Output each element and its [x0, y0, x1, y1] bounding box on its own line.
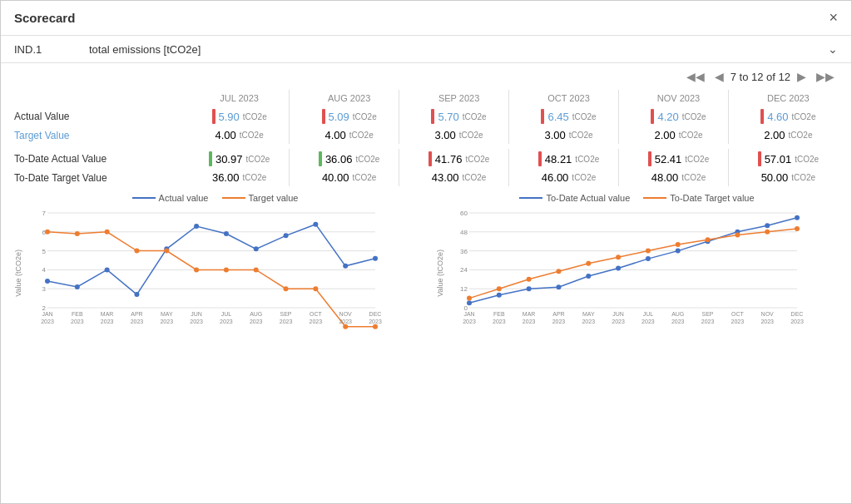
- svg-text:2023: 2023: [220, 319, 233, 324]
- svg-point-93: [735, 233, 740, 238]
- svg-text:5: 5: [42, 248, 47, 255]
- col-header-nov: NOV 2023: [629, 90, 729, 106]
- svg-text:2023: 2023: [671, 319, 685, 324]
- svg-text:JUL: JUL: [643, 311, 654, 317]
- green-indicator-bar: [319, 151, 322, 166]
- data-table-section: JUL 2023 AUG 2023 SEP 2023 OCT 2023 NOV …: [1, 90, 851, 193]
- cell-r1-c4: 2.00tCO2e: [629, 126, 729, 144]
- svg-point-84: [467, 296, 472, 301]
- svg-point-85: [497, 286, 502, 291]
- prev-page-button[interactable]: ◀: [711, 68, 727, 85]
- svg-point-88: [586, 261, 591, 266]
- row-label-1: Target Value: [14, 126, 190, 144]
- chevron-down-icon[interactable]: ⌄: [828, 42, 838, 56]
- svg-text:2023: 2023: [190, 319, 203, 324]
- chart1-y-label: Value (tCO2e): [14, 250, 22, 297]
- svg-text:4: 4: [42, 266, 47, 274]
- close-button[interactable]: ×: [829, 9, 838, 27]
- svg-point-20: [284, 233, 289, 238]
- indicator-row: IND.1 total emissions [tCO2e] ⌄: [1, 36, 851, 63]
- svg-point-17: [194, 224, 199, 229]
- red-indicator-bar: [322, 109, 325, 124]
- svg-point-34: [343, 324, 348, 329]
- col-header-oct: OCT 2023: [519, 90, 619, 106]
- red-indicator-bar: [760, 109, 764, 124]
- svg-text:JAN: JAN: [463, 311, 474, 317]
- svg-point-32: [284, 286, 289, 291]
- next-page-button[interactable]: ▶: [794, 68, 810, 85]
- svg-text:2023: 2023: [369, 319, 382, 324]
- svg-text:DEC: DEC: [369, 311, 382, 317]
- cell-r3-c5: 50.00tCO2e: [739, 169, 838, 186]
- chart2-legend: To-Date Actual value To-Date Target valu…: [436, 193, 838, 203]
- svg-point-74: [527, 286, 532, 291]
- row-label-3: To-Date Target Value: [14, 169, 190, 186]
- cell-r0-c4: 4.20tCO2e: [629, 106, 729, 126]
- red-indicator-bar: [758, 151, 761, 166]
- legend-todate-actual: To-Date Actual value: [519, 193, 630, 203]
- svg-text:2023: 2023: [731, 319, 745, 324]
- svg-text:36: 36: [460, 248, 468, 255]
- svg-text:MAY: MAY: [161, 311, 173, 317]
- first-page-button[interactable]: ◀◀: [683, 68, 708, 85]
- pagination-label: 7 to 12 of 12: [731, 71, 790, 83]
- pagination-row: ◀◀ ◀ 7 to 12 of 12 ▶ ▶▶: [1, 63, 851, 90]
- svg-point-78: [646, 256, 651, 261]
- svg-point-28: [164, 249, 169, 254]
- svg-text:OCT: OCT: [310, 311, 323, 317]
- svg-text:MAR: MAR: [523, 311, 536, 317]
- svg-text:2023: 2023: [310, 319, 323, 324]
- svg-text:APR: APR: [552, 311, 564, 317]
- svg-text:2023: 2023: [760, 319, 774, 324]
- svg-text:MAR: MAR: [101, 311, 114, 317]
- svg-point-29: [194, 267, 199, 272]
- cell-r2-c0: 30.97tCO2e: [190, 149, 290, 169]
- svg-point-18: [224, 231, 229, 236]
- svg-text:MAY: MAY: [582, 311, 595, 317]
- cell-r3-c0: 36.00tCO2e: [190, 169, 290, 186]
- cell-r0-c0: 5.90tCO2e: [190, 106, 290, 126]
- chart1-legend: Actual value Target value: [14, 193, 416, 203]
- svg-point-23: [373, 256, 378, 261]
- svg-point-31: [254, 267, 259, 272]
- svg-text:12: 12: [460, 285, 468, 293]
- col-header-sep: SEP 2023: [409, 90, 509, 106]
- red-indicator-bar: [651, 109, 654, 124]
- cell-r0-c2: 5.70tCO2e: [409, 106, 509, 126]
- svg-point-87: [556, 269, 561, 274]
- svg-text:2023: 2023: [552, 319, 566, 324]
- svg-text:2023: 2023: [582, 319, 595, 324]
- modal-title: Scorecard: [14, 11, 75, 25]
- chart1-container: Actual value Target value Value (tCO2e) …: [14, 193, 416, 339]
- svg-point-92: [706, 237, 711, 242]
- svg-point-33: [313, 286, 318, 291]
- col-header-jul: JUL 2023: [190, 90, 290, 106]
- svg-point-72: [467, 300, 472, 305]
- svg-text:2023: 2023: [339, 319, 352, 324]
- cell-r1-c5: 2.00tCO2e: [739, 126, 838, 144]
- cell-r3-c4: 48.00tCO2e: [629, 169, 729, 186]
- cell-r0-c1: 5.09tCO2e: [300, 106, 399, 126]
- svg-point-22: [343, 264, 348, 269]
- row-label-0: Actual Value: [14, 106, 190, 126]
- svg-text:2023: 2023: [160, 319, 173, 324]
- svg-text:2023: 2023: [701, 319, 715, 324]
- svg-text:FEB: FEB: [72, 311, 83, 317]
- cell-r2-c5: 57.01tCO2e: [739, 149, 838, 169]
- last-page-button[interactable]: ▶▶: [813, 68, 838, 85]
- legend-todate-target: To-Date Target value: [643, 193, 754, 203]
- svg-text:2023: 2023: [523, 319, 536, 324]
- cell-r1-c1: 4.00tCO2e: [300, 126, 399, 144]
- svg-point-21: [313, 222, 318, 227]
- svg-text:AUG: AUG: [671, 311, 684, 317]
- svg-text:3: 3: [42, 285, 47, 293]
- cell-r3-c3: 46.00tCO2e: [519, 169, 619, 186]
- red-indicator-bar: [648, 151, 651, 166]
- svg-point-30: [224, 267, 229, 272]
- indicator-code: IND.1: [14, 43, 56, 56]
- cell-r3-c2: 43.00tCO2e: [409, 169, 509, 186]
- chart1-svg: 234567JAN2023FEB2023MAR2023APR2023MAY202…: [24, 206, 382, 339]
- svg-text:OCT: OCT: [731, 311, 745, 317]
- svg-text:JUN: JUN: [191, 311, 202, 317]
- cell-r0-c3: 6.45tCO2e: [519, 106, 619, 126]
